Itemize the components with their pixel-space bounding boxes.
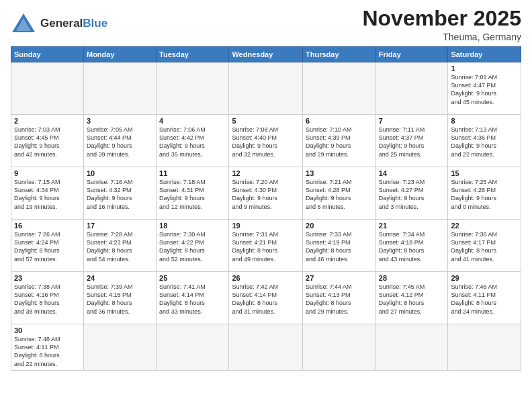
logo-text: GeneralBlue: [40, 17, 107, 30]
calendar-cell: [11, 62, 84, 115]
calendar-cell: 14Sunrise: 7:23 AM Sunset: 4:27 PM Dayli…: [375, 167, 448, 220]
calendar-week-row: 1Sunrise: 7:01 AM Sunset: 4:47 PM Daylig…: [11, 62, 521, 115]
calendar-body: 1Sunrise: 7:01 AM Sunset: 4:47 PM Daylig…: [11, 62, 521, 371]
calendar-cell: 26Sunrise: 7:42 AM Sunset: 4:14 PM Dayli…: [229, 272, 303, 324]
col-tuesday: Tuesday: [157, 47, 229, 62]
day-info: Sunrise: 7:08 AM Sunset: 4:40 PM Dayligh…: [232, 126, 300, 158]
col-friday: Friday: [375, 47, 448, 62]
day-number: 25: [159, 274, 226, 282]
logo-blue: Blue: [83, 17, 107, 30]
calendar-cell: 20Sunrise: 7:33 AM Sunset: 4:19 PM Dayli…: [303, 220, 376, 272]
day-number: 1: [451, 64, 518, 73]
calendar-cell: 29Sunrise: 7:46 AM Sunset: 4:11 PM Dayli…: [448, 272, 521, 324]
day-number: 13: [306, 169, 373, 177]
logo-icon: [11, 11, 36, 36]
day-info: Sunrise: 7:06 AM Sunset: 4:42 PM Dayligh…: [159, 126, 226, 158]
day-number: 24: [87, 274, 153, 282]
calendar-cell: 7Sunrise: 7:11 AM Sunset: 4:37 PM Daylig…: [375, 115, 448, 167]
day-number: 6: [306, 117, 373, 125]
day-number: 30: [14, 326, 81, 334]
day-number: 26: [232, 274, 300, 282]
logo-general: General: [40, 17, 83, 30]
calendar-cell: [229, 324, 303, 371]
calendar-page: GeneralBlue November 2025 Theuma, German…: [0, 0, 532, 411]
calendar-cell: [83, 324, 156, 371]
day-number: 27: [306, 274, 373, 282]
header: GeneralBlue November 2025 Theuma, German…: [11, 7, 521, 42]
calendar-cell: 25Sunrise: 7:41 AM Sunset: 4:14 PM Dayli…: [157, 272, 229, 324]
calendar-cell: 30Sunrise: 7:48 AM Sunset: 4:11 PM Dayli…: [11, 324, 84, 371]
day-info: Sunrise: 7:16 AM Sunset: 4:32 PM Dayligh…: [87, 178, 153, 211]
day-number: 4: [159, 117, 226, 125]
day-number: 7: [379, 117, 445, 125]
day-info: Sunrise: 7:15 AM Sunset: 4:34 PM Dayligh…: [14, 178, 81, 211]
calendar-cell: 8Sunrise: 7:13 AM Sunset: 4:36 PM Daylig…: [448, 115, 521, 167]
day-number: 23: [14, 274, 81, 282]
calendar-cell: 2Sunrise: 7:03 AM Sunset: 4:45 PM Daylig…: [11, 115, 84, 167]
day-info: Sunrise: 7:10 AM Sunset: 4:39 PM Dayligh…: [306, 126, 373, 158]
calendar-cell: 15Sunrise: 7:25 AM Sunset: 4:26 PM Dayli…: [448, 167, 521, 220]
calendar-cell: 12Sunrise: 7:20 AM Sunset: 4:30 PM Dayli…: [229, 167, 303, 220]
calendar-cell: 11Sunrise: 7:18 AM Sunset: 4:31 PM Dayli…: [157, 167, 229, 220]
calendar-cell: 28Sunrise: 7:45 AM Sunset: 4:12 PM Dayli…: [375, 272, 448, 324]
day-number: 12: [232, 169, 300, 177]
calendar-week-row: 16Sunrise: 7:26 AM Sunset: 4:24 PM Dayli…: [11, 220, 521, 272]
calendar-cell: 27Sunrise: 7:44 AM Sunset: 4:13 PM Dayli…: [303, 272, 376, 324]
calendar-cell: 1Sunrise: 7:01 AM Sunset: 4:47 PM Daylig…: [448, 62, 521, 115]
calendar-cell: 3Sunrise: 7:05 AM Sunset: 4:44 PM Daylig…: [83, 115, 156, 167]
logo: GeneralBlue: [11, 11, 107, 36]
calendar-cell: 17Sunrise: 7:28 AM Sunset: 4:23 PM Dayli…: [83, 220, 156, 272]
day-number: 29: [451, 274, 518, 282]
day-number: 21: [379, 222, 445, 230]
day-info: Sunrise: 7:48 AM Sunset: 4:11 PM Dayligh…: [14, 335, 81, 368]
calendar-cell: 6Sunrise: 7:10 AM Sunset: 4:39 PM Daylig…: [303, 115, 376, 167]
col-sunday: Sunday: [11, 47, 84, 62]
calendar-cell: [83, 62, 156, 115]
day-info: Sunrise: 7:36 AM Sunset: 4:17 PM Dayligh…: [451, 230, 518, 263]
calendar-cell: 24Sunrise: 7:39 AM Sunset: 4:15 PM Dayli…: [83, 272, 156, 324]
day-info: Sunrise: 7:26 AM Sunset: 4:24 PM Dayligh…: [14, 230, 81, 263]
calendar-cell: 4Sunrise: 7:06 AM Sunset: 4:42 PM Daylig…: [157, 115, 229, 167]
calendar-week-row: 9Sunrise: 7:15 AM Sunset: 4:34 PM Daylig…: [11, 167, 521, 220]
logo-svg: [11, 11, 36, 36]
day-info: Sunrise: 7:28 AM Sunset: 4:23 PM Dayligh…: [87, 230, 153, 263]
calendar-week-row: 2Sunrise: 7:03 AM Sunset: 4:45 PM Daylig…: [11, 115, 521, 167]
location: Theuma, Germany: [362, 32, 521, 42]
calendar-cell: [157, 62, 229, 115]
day-info: Sunrise: 7:33 AM Sunset: 4:19 PM Dayligh…: [306, 230, 373, 263]
calendar-cell: [303, 324, 376, 371]
calendar-cell: 21Sunrise: 7:34 AM Sunset: 4:18 PM Dayli…: [375, 220, 448, 272]
calendar-cell: [229, 62, 303, 115]
day-number: 22: [451, 222, 518, 230]
day-info: Sunrise: 7:18 AM Sunset: 4:31 PM Dayligh…: [159, 178, 226, 211]
day-number: 11: [159, 169, 226, 177]
day-number: 10: [87, 169, 153, 177]
day-number: 15: [451, 169, 518, 177]
calendar-cell: 16Sunrise: 7:26 AM Sunset: 4:24 PM Dayli…: [11, 220, 84, 272]
day-info: Sunrise: 7:45 AM Sunset: 4:12 PM Dayligh…: [379, 283, 445, 316]
calendar-cell: [375, 324, 448, 371]
title-block: November 2025 Theuma, Germany: [362, 7, 521, 42]
day-number: 9: [14, 169, 81, 177]
day-info: Sunrise: 7:05 AM Sunset: 4:44 PM Dayligh…: [87, 126, 153, 158]
day-info: Sunrise: 7:25 AM Sunset: 4:26 PM Dayligh…: [451, 178, 518, 211]
calendar-cell: 13Sunrise: 7:21 AM Sunset: 4:28 PM Dayli…: [303, 167, 376, 220]
day-info: Sunrise: 7:46 AM Sunset: 4:11 PM Dayligh…: [451, 283, 518, 316]
day-info: Sunrise: 7:13 AM Sunset: 4:36 PM Dayligh…: [451, 126, 518, 158]
calendar-table: Sunday Monday Tuesday Wednesday Thursday…: [11, 46, 521, 371]
day-number: 28: [379, 274, 445, 282]
col-wednesday: Wednesday: [229, 47, 303, 62]
col-thursday: Thursday: [303, 47, 376, 62]
day-info: Sunrise: 7:34 AM Sunset: 4:18 PM Dayligh…: [379, 230, 445, 263]
calendar-cell: 22Sunrise: 7:36 AM Sunset: 4:17 PM Dayli…: [448, 220, 521, 272]
weekday-row: Sunday Monday Tuesday Wednesday Thursday…: [11, 47, 521, 62]
day-number: 20: [306, 222, 373, 230]
day-number: 18: [159, 222, 226, 230]
day-number: 3: [87, 117, 153, 125]
day-info: Sunrise: 7:21 AM Sunset: 4:28 PM Dayligh…: [306, 178, 373, 211]
calendar-header: Sunday Monday Tuesday Wednesday Thursday…: [11, 47, 521, 62]
calendar-cell: [375, 62, 448, 115]
day-info: Sunrise: 7:39 AM Sunset: 4:15 PM Dayligh…: [87, 283, 153, 316]
day-info: Sunrise: 7:38 AM Sunset: 4:16 PM Dayligh…: [14, 283, 81, 316]
day-number: 14: [379, 169, 445, 177]
